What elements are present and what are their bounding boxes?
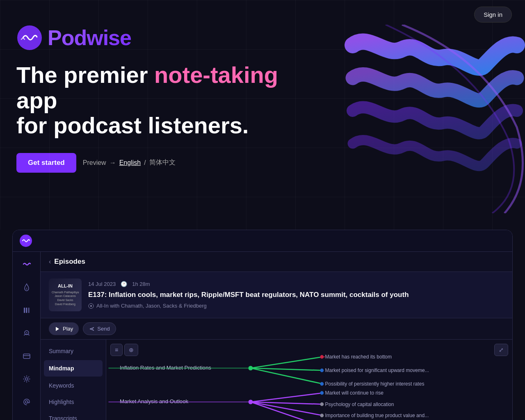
podcast-name-text: All-In with Chamath, Jason, Sacks & Frie…: [96, 303, 207, 309]
svg-rect-7: [23, 354, 30, 358]
svg-point-10: [25, 401, 28, 403]
sidebar-icon-card[interactable]: [19, 349, 34, 363]
sidebar-icon-fire[interactable]: [19, 280, 34, 294]
sidebar-icon-podcast[interactable]: [19, 326, 34, 340]
thumbnail-allin: ALL-IN: [58, 283, 73, 289]
svg-point-28: [320, 391, 324, 395]
svg-point-9: [25, 378, 28, 380]
svg-rect-3: [26, 308, 27, 313]
header: Sign in: [461, 0, 525, 29]
svg-rect-4: [28, 308, 30, 313]
sidebar: [13, 252, 41, 420]
mindmap-toolbar: ≡ ⊕: [110, 344, 138, 356]
episode-thumbnail: ALL-IN Chamath Palihapitiya Jason Calaca…: [49, 278, 82, 311]
svg-line-15: [251, 357, 323, 368]
back-arrow-icon[interactable]: ‹: [49, 258, 51, 265]
svg-point-21: [320, 369, 324, 372]
left-nav: Summary Mindmap Keywords Highlights Tran…: [41, 340, 106, 420]
mindmap-share-btn[interactable]: ⊕: [124, 344, 138, 356]
app-body: ‹ Episodes ALL-IN Chamath Palihapitiya J…: [13, 252, 512, 420]
sidebar-icon-library[interactable]: [19, 303, 34, 317]
lang-zh-link[interactable]: 简体中文: [149, 158, 176, 167]
sign-in-button[interactable]: Sign in: [474, 7, 512, 23]
nav-item-transcripts[interactable]: Transcripts: [41, 410, 106, 420]
hero-title: The premier note-taking appfor podcast l…: [16, 62, 295, 138]
sub1-3: Possibility of persistently higher inter…: [325, 381, 424, 387]
lang-separator: /: [144, 159, 146, 167]
preview-label: Preview: [83, 159, 106, 167]
lang-en-link[interactable]: English: [119, 159, 141, 167]
sub2-3: Importance of building true product valu…: [325, 413, 429, 418]
svg-line-26: [251, 402, 323, 420]
send-label: Send: [97, 326, 110, 332]
hero-title-highlight: note-taking: [154, 62, 278, 88]
episodes-header: ‹ Episodes: [41, 252, 512, 272]
episode-info: 14 Jul 2023 🕐 1h 28m E137: Inflation coo…: [88, 281, 504, 309]
content-area: Summary Mindmap Keywords Highlights Tran…: [41, 340, 512, 420]
app-top-bar: [13, 230, 512, 252]
nav-item-mindmap[interactable]: Mindmap: [44, 360, 103, 377]
nav-item-summary[interactable]: Summary: [41, 343, 106, 359]
play-label: Play: [63, 326, 73, 332]
arrow-icon: →: [110, 159, 116, 167]
sidebar-icon-at[interactable]: [19, 395, 34, 409]
hero-section: Podwise The premier note-taking appfor p…: [0, 0, 525, 230]
episode-date: 14 Jul 2023: [88, 281, 116, 287]
episode-meta: 14 Jul 2023 🕐 1h 28m: [88, 281, 504, 287]
sub2-2: Psychology of capital allocation: [325, 402, 394, 407]
play-button[interactable]: Play: [49, 322, 79, 335]
logo-text: Podwise: [48, 25, 131, 50]
svg-marker-13: [56, 327, 59, 331]
mindmap-svg: Inflation Rates and Market Predictions M…: [106, 340, 512, 420]
sub1-2: Market poised for significant upward mov…: [325, 368, 429, 373]
get-started-button[interactable]: Get started: [16, 153, 76, 173]
hero-title-before: The premier: [16, 62, 154, 88]
mindmap-area: ≡ ⊕ ⤢ Inflation Rates and Market Predict…: [106, 340, 512, 420]
svg-point-0: [17, 25, 42, 50]
logo-icon: [16, 25, 43, 51]
clock-icon: 🕐: [121, 281, 127, 287]
episodes-title: Episodes: [54, 258, 85, 266]
nav-item-highlights[interactable]: Highlights: [41, 394, 106, 410]
send-button[interactable]: Send: [83, 322, 116, 335]
svg-point-22: [320, 382, 324, 386]
episode-duration: 1h 28m: [132, 281, 150, 287]
preview-area: Preview → English / 简体中文: [83, 158, 176, 167]
episode-title: E137: Inflation cools, market rips, Ripp…: [88, 290, 504, 299]
svg-rect-2: [24, 308, 25, 313]
sub2-1: Market will continue to rise: [325, 390, 383, 396]
svg-point-29: [320, 402, 324, 406]
sidebar-icon-waves[interactable]: [19, 257, 34, 272]
svg-point-1: [20, 235, 32, 247]
episode-card: ALL-IN Chamath Palihapitiya Jason Calaca…: [41, 272, 512, 318]
svg-point-27: [249, 400, 253, 404]
root1-label: Inflation Rates and Market Predictions: [120, 365, 211, 371]
svg-line-23: [251, 393, 323, 402]
sidebar-icon-settings[interactable]: [19, 372, 34, 386]
wave-illustration: [320, 25, 525, 213]
svg-point-30: [320, 414, 324, 418]
app-logo-small: [19, 234, 32, 247]
svg-point-6: [26, 332, 27, 333]
mindmap-list-btn[interactable]: ≡: [110, 344, 123, 356]
controls-bar: Play Send: [41, 318, 512, 340]
hero-actions: Get started Preview → English / 简体中文: [16, 153, 509, 173]
svg-point-18: [249, 366, 253, 370]
svg-point-12: [90, 305, 92, 307]
nav-item-keywords[interactable]: Keywords: [41, 377, 106, 394]
sub1-1: Market has reached its bottom: [325, 354, 392, 360]
app-preview: ‹ Episodes ALL-IN Chamath Palihapitiya J…: [12, 230, 513, 420]
fullscreen-button[interactable]: ⤢: [494, 344, 508, 356]
hero-title-after: appfor podcast listeners.: [16, 87, 249, 139]
root2-label: Market Analysis and Outlook: [120, 398, 189, 404]
main-content: ‹ Episodes ALL-IN Chamath Palihapitiya J…: [41, 252, 512, 420]
podcast-name: All-In with Chamath, Jason, Sacks & Frie…: [88, 303, 504, 309]
logo-area: Podwise: [16, 25, 509, 51]
